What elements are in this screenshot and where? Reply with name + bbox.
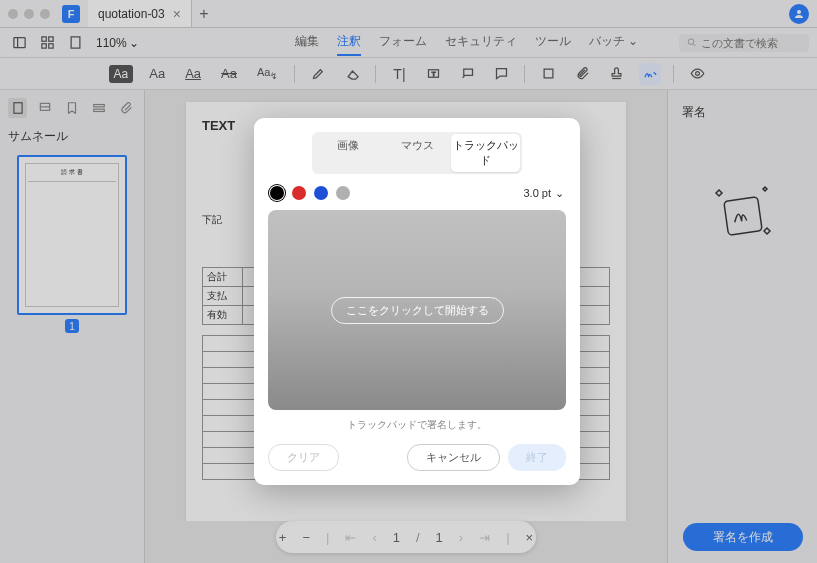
trackpad-hint: トラックパッドで署名します。 [268,418,566,432]
stroke-width-value: 3.0 pt [523,187,551,199]
seg-mouse[interactable]: マウス [383,134,452,172]
cancel-button[interactable]: キャンセル [407,444,500,471]
color-black[interactable] [270,186,284,200]
color-row: 3.0 pt ⌄ [268,186,566,200]
color-red[interactable] [292,186,306,200]
trackpad-signature-area[interactable]: ここをクリックして開始する [268,210,566,410]
done-button[interactable]: 終了 [508,444,566,471]
signature-dialog: 画像 マウス トラックパッド 3.0 pt ⌄ ここをクリックして開始する トラ… [254,118,580,485]
start-signing-button[interactable]: ここをクリックして開始する [331,297,504,324]
dialog-buttons: クリア キャンセル 終了 [268,444,566,471]
chevron-down-icon: ⌄ [555,187,564,200]
clear-button[interactable]: クリア [268,444,339,471]
color-blue[interactable] [314,186,328,200]
signature-mode-tabs: 画像 マウス トラックパッド [312,132,522,174]
seg-trackpad[interactable]: トラックパッド [451,134,520,172]
stroke-width-dropdown[interactable]: 3.0 pt ⌄ [523,187,564,200]
color-gray[interactable] [336,186,350,200]
seg-image[interactable]: 画像 [314,134,383,172]
